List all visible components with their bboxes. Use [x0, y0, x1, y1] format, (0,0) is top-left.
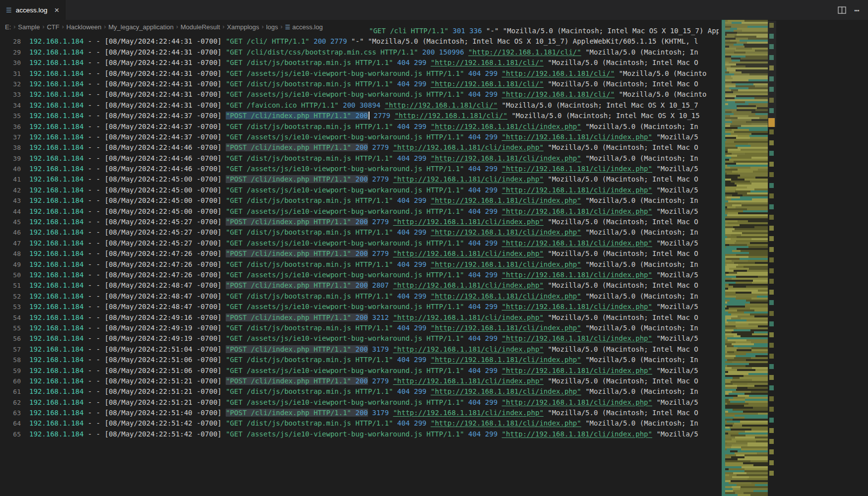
log-line[interactable]: 47192.168.1.184 - - [08/May/2024:22:45:2…	[0, 238, 719, 248]
log-line[interactable]: 44192.168.1.184 - - [08/May/2024:22:45:0…	[0, 206, 719, 217]
line-number: 28	[0, 36, 21, 47]
log-line[interactable]: 37192.168.1.184 - - [08/May/2024:22:44:3…	[0, 132, 719, 142]
log-line[interactable]: 55192.168.1.184 - - [08/May/2024:22:49:1…	[0, 323, 719, 333]
editor[interactable]: "GET /cli HTTP/1.1" 301 336 "-" "Mozilla…	[0, 20, 868, 496]
line-number: 34	[0, 100, 21, 111]
line-number: 29	[0, 47, 21, 58]
log-lines[interactable]: "GET /cli HTTP/1.1" 301 336 "-" "Mozilla…	[0, 26, 719, 439]
log-line-text: 192.168.1.184 - - [08/May/2024:22:44:37 …	[29, 123, 698, 130]
log-line[interactable]: 56192.168.1.184 - - [08/May/2024:22:49:1…	[0, 333, 719, 344]
log-line[interactable]: 28192.168.1.184 - - [08/May/2024:22:44:3…	[0, 36, 719, 47]
log-line[interactable]: 60192.168.1.184 - - [08/May/2024:22:51:2…	[0, 376, 719, 386]
minimap[interactable]	[722, 20, 768, 496]
log-line[interactable]: 41192.168.1.184 - - [08/May/2024:22:45:0…	[0, 174, 719, 185]
breadcrumb-item-logs[interactable]: logs	[266, 23, 278, 31]
log-line[interactable]: 57192.168.1.184 - - [08/May/2024:22:51:0…	[0, 344, 719, 355]
line-number: 55	[0, 323, 21, 333]
overview-ruler[interactable]	[768, 20, 776, 496]
referrer-link: "http://192.168.1.181/cli/index.php"	[502, 367, 652, 374]
line-number: 59	[0, 366, 21, 376]
split-editor-icon[interactable]	[838, 6, 846, 14]
log-line[interactable]: 40192.168.1.184 - - [08/May/2024:22:44:4…	[0, 164, 719, 174]
log-line[interactable]: 45192.168.1.184 - - [08/May/2024:22:45:2…	[0, 217, 719, 227]
log-line-visible-part: "GET /cli HTTP/1.1" 301 336 "-" "Mozilla…	[369, 26, 719, 36]
log-line[interactable]: 39192.168.1.184 - - [08/May/2024:22:44:4…	[0, 153, 719, 164]
breadcrumb-item-hackloween[interactable]: Hackloween	[66, 23, 102, 31]
log-line[interactable]: 50192.168.1.184 - - [08/May/2024:22:47:2…	[0, 270, 719, 280]
ruler-mark	[769, 396, 774, 401]
breadcrumb-item-e-[interactable]: E:	[5, 23, 11, 31]
log-line[interactable]: 43192.168.1.184 - - [08/May/2024:22:45:0…	[0, 195, 719, 206]
log-line[interactable]: 62192.168.1.184 - - [08/May/2024:22:51:2…	[0, 397, 719, 408]
log-line[interactable]: 35192.168.1.184 - - [08/May/2024:22:44:3…	[0, 111, 719, 121]
log-line-text: 192.168.1.184 - - [08/May/2024:22:48:47 …	[29, 292, 698, 300]
log-line[interactable]: 31192.168.1.184 - - [08/May/2024:22:44:3…	[0, 68, 719, 79]
log-line[interactable]: 30192.168.1.184 - - [08/May/2024:22:44:3…	[0, 58, 719, 68]
ruler-mark	[769, 98, 774, 103]
log-line[interactable]: 58192.168.1.184 - - [08/May/2024:22:51:0…	[0, 355, 719, 365]
log-line-text: 192.168.1.184 - - [08/May/2024:22:44:46 …	[29, 143, 698, 151]
ruler-mark	[769, 343, 774, 348]
referrer-link: "http://192.168.1.181/cli/index.php"	[393, 377, 543, 385]
log-line[interactable]: 32192.168.1.184 - - [08/May/2024:22:44:3…	[0, 79, 719, 89]
referrer-link: "http://192.168.1.181/cli/index.php"	[393, 313, 543, 321]
breadcrumb-item-moduleresult[interactable]: ModuleResult	[181, 23, 220, 31]
line-number: 58	[0, 355, 21, 365]
log-line[interactable]: 63192.168.1.184 - - [08/May/2024:22:51:4…	[0, 408, 719, 418]
line-number: 63	[0, 408, 21, 418]
log-line[interactable]: 53192.168.1.184 - - [08/May/2024:22:48:4…	[0, 302, 719, 312]
log-line[interactable]: 36192.168.1.184 - - [08/May/2024:22:44:3…	[0, 122, 719, 132]
chevron-right-icon: ›	[223, 23, 225, 30]
ruler-mark	[769, 257, 774, 262]
log-line-text: 192.168.1.184 - - [08/May/2024:22:44:31 …	[29, 69, 707, 77]
breadcrumb-item-access-log[interactable]: ☰access.log	[285, 23, 322, 31]
log-line[interactable]: 65192.168.1.184 - - [08/May/2024:22:51:4…	[0, 429, 719, 439]
log-line[interactable]: 54192.168.1.184 - - [08/May/2024:22:49:1…	[0, 312, 719, 323]
tab-access-log[interactable]: ☰ access.log ×	[0, 0, 65, 20]
more-actions-icon[interactable]: ⋯	[854, 5, 860, 15]
referrer-link: "http://192.168.1.181/cli/index.php"	[502, 334, 652, 342]
log-line-text: 192.168.1.184 - - [08/May/2024:22:44:46 …	[29, 165, 698, 173]
referrer-link: "http://192.168.1.181/cli/index.php"	[502, 430, 652, 438]
log-line[interactable]: 42192.168.1.184 - - [08/May/2024:22:45:0…	[0, 185, 719, 195]
line-number: 40	[0, 164, 21, 174]
log-file-icon: ☰	[6, 7, 12, 13]
line-number: 33	[0, 89, 21, 100]
log-line[interactable]: 64192.168.1.184 - - [08/May/2024:22:51:4…	[0, 418, 719, 429]
log-line-text: 192.168.1.184 - - [08/May/2024:22:49:19 …	[29, 334, 698, 342]
line-number: 50	[0, 270, 21, 280]
log-line[interactable]: 52192.168.1.184 - - [08/May/2024:22:48:4…	[0, 291, 719, 302]
breadcrumb-item-ctf[interactable]: CTF	[47, 23, 59, 31]
log-line[interactable]: 49192.168.1.184 - - [08/May/2024:22:47:2…	[0, 259, 719, 270]
log-line[interactable]: 29192.168.1.184 - - [08/May/2024:22:44:3…	[0, 47, 719, 58]
referrer-link: "http://192.168.1.181/cli/index.php"	[502, 239, 652, 247]
ruler-mark	[769, 332, 774, 337]
log-line[interactable]: 48192.168.1.184 - - [08/May/2024:22:47:2…	[0, 248, 719, 259]
breadcrumb-item-my-legacy-application[interactable]: My_legacy_application	[108, 23, 174, 31]
log-line[interactable]: 51192.168.1.184 - - [08/May/2024:22:48:4…	[0, 280, 719, 291]
log-line-text: 192.168.1.184 - - [08/May/2024:22:51:42 …	[29, 430, 698, 438]
referrer-link: "http://192.168.1.181/cli/"	[385, 101, 498, 109]
log-line[interactable]: 46192.168.1.184 - - [08/May/2024:22:45:2…	[0, 227, 719, 238]
ruler-mark	[769, 375, 774, 380]
ruler-mark	[769, 172, 774, 177]
log-line[interactable]: 34192.168.1.184 - - [08/May/2024:22:44:3…	[0, 100, 719, 111]
tab-close-icon[interactable]: ×	[54, 6, 59, 14]
log-line[interactable]: 59192.168.1.184 - - [08/May/2024:22:51:0…	[0, 366, 719, 376]
log-line[interactable]: 61192.168.1.184 - - [08/May/2024:22:51:2…	[0, 386, 719, 397]
log-line[interactable]: 38192.168.1.184 - - [08/May/2024:22:44:4…	[0, 142, 719, 153]
ruler-mark	[769, 407, 774, 412]
log-line[interactable]: 33192.168.1.184 - - [08/May/2024:22:44:3…	[0, 89, 719, 100]
log-line-text: 192.168.1.184 - - [08/May/2024:22:44:31 …	[29, 101, 698, 109]
referrer-link: "http://192.168.1.181/cli/index.php"	[431, 292, 581, 300]
log-line-text: 192.168.1.184 - - [08/May/2024:22:45:00 …	[29, 175, 698, 183]
breadcrumb-item-sample[interactable]: Sample	[18, 23, 40, 31]
ruler-mark	[769, 44, 774, 49]
breadcrumb-item-xampplogs[interactable]: Xampplogs	[227, 23, 259, 31]
ruler-mark	[769, 34, 774, 39]
log-line-text: 192.168.1.184 - - [08/May/2024:22:44:31 …	[29, 37, 698, 45]
ruler-mark	[769, 140, 774, 145]
line-number: 37	[0, 132, 21, 142]
line-number: 31	[0, 68, 21, 79]
tab-bar: ☰ access.log × ⋯	[0, 0, 868, 20]
